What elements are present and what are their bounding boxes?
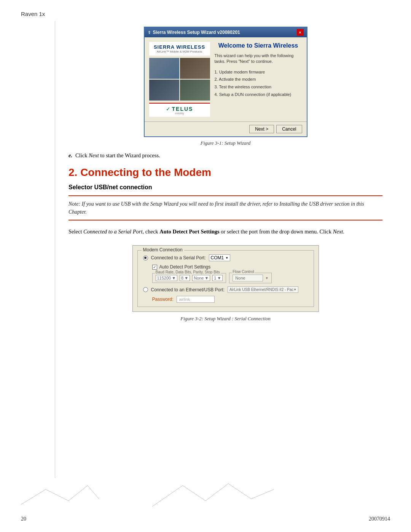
wizard-desc: This wizard can help you with the follow…	[215, 53, 302, 65]
sierra-wireless-text: SIERRA WIRELESS	[151, 44, 208, 50]
baud-group: Baud Rate, Data Bits, Parity, Stop Bits …	[152, 273, 226, 283]
wizard-image-1	[149, 58, 179, 79]
baud-rate-select[interactable]: 115200 ▼	[156, 275, 178, 281]
password-row: Password: airlink	[143, 296, 308, 303]
modem-dialog-area: Modem Connection Connected to a Serial P…	[68, 245, 382, 312]
step-e-label: e.	[68, 152, 72, 159]
wizard-right-panel: Welcome to Sierra Wireless This wizard c…	[215, 42, 302, 117]
password-value: airlink	[179, 297, 190, 302]
parity-value: None	[194, 276, 204, 280]
footer-doc-number: 20070914	[369, 516, 390, 522]
wizard-next-button[interactable]: Next >	[249, 125, 274, 133]
wizard-welcome-title: Welcome to Sierra Wireless	[215, 42, 302, 50]
ethernet-select-arrow-icon: ▼	[293, 288, 296, 291]
stop-bits-select[interactable]: 1 ▼	[212, 275, 223, 281]
wizard-close-button[interactable]: ×	[297, 29, 304, 36]
next-term: Next	[333, 228, 343, 235]
left-margin	[21, 21, 55, 478]
auto-detect-row: Auto Detect Port Settings	[143, 264, 308, 270]
wizard-tasks: 1. Update modem firmware 2. Activate the…	[215, 69, 302, 99]
modem-group-box: Modem Connection Connected to a Serial P…	[137, 250, 314, 307]
zigzag-area	[0, 478, 411, 508]
serial-port-label: Connected to a Serial Port:	[151, 255, 206, 260]
parity-select[interactable]: None ▼	[192, 275, 210, 281]
step-e-next-italic: Next	[89, 152, 99, 158]
flow-control-select[interactable]: None	[233, 275, 263, 281]
wizard-footer: Next > Cancel	[145, 121, 307, 136]
note-text: Note: If you want to use USB with the Se…	[68, 200, 382, 216]
ethernet-row: Connected to an Ethernet/USB Port: AirLi…	[143, 286, 308, 293]
baud-legend: Baud Rate, Data Bits, Parity, Stop Bits	[155, 270, 221, 274]
wizard-titlebar-left: ⇧ Sierra Wireless Setup Wizard v20080201	[148, 30, 240, 35]
baud-select-arrow-icon: ▼	[172, 276, 176, 280]
ethernet-port-value: AirLink USB Ethernet/RNDIS #2 - Pac	[229, 288, 293, 292]
section-heading: 2. Connecting to the Modem	[68, 166, 382, 179]
stop-bits-arrow-icon: ▼	[217, 276, 221, 280]
serial-port-row: Connected to a Serial Port: COM1 ▼	[143, 254, 308, 261]
flow-control-value: None	[235, 276, 245, 280]
footer-page-number: 20	[21, 516, 26, 522]
figure-2-caption: Figure 3-2: Setup Wizard : Serial Connec…	[68, 316, 382, 322]
wizard-images	[149, 58, 210, 101]
flow-control-group: Flow Control None ▼	[229, 273, 272, 283]
figure-1-caption: Figure 3-1: Setup Wizard	[68, 140, 382, 146]
stop-bits-value: 1	[214, 276, 216, 280]
com-port-select[interactable]: COM1 ▼	[209, 254, 231, 261]
wizard-titlebar: ⇧ Sierra Wireless Setup Wizard v20080201…	[145, 27, 307, 37]
wizard-image-3	[149, 80, 179, 101]
wizard-image-2	[180, 58, 210, 79]
baud-rate-row: Baud Rate, Data Bits, Parity, Stop Bits …	[143, 273, 308, 283]
parity-arrow-icon: ▼	[204, 276, 209, 280]
step-e-container: e. Click Next to start the Wizard proces…	[68, 152, 382, 159]
password-label: Password:	[152, 297, 174, 302]
telus-logo-area: ✓ TELUS mobility	[149, 103, 210, 117]
page-container: Raven 1x ⇧ Sierra Wireless Setup Wizard …	[0, 0, 411, 532]
note-box: Note: If you want to use USB with the Se…	[68, 195, 382, 220]
flow-select-arrow-icon: ▼	[265, 276, 268, 280]
wizard-task-3: 3. Test the wireless connection	[215, 83, 302, 91]
auto-detect-checkbox[interactable]	[152, 265, 157, 270]
page-footer: 20 20070914	[0, 508, 411, 532]
connected-serial-term: Connected to a Serial Port	[83, 228, 142, 235]
step-e-text: Click Next to start the Wizard process.	[75, 152, 160, 159]
auto-detect-term: Auto Detect Port Settings	[159, 228, 219, 235]
baud-flow-container: Baud Rate, Data Bits, Parity, Stop Bits …	[152, 273, 308, 283]
telus-text: TELUS	[172, 106, 193, 112]
flow-legend: Flow Control	[232, 270, 255, 274]
wizard-cancel-button[interactable]: Cancel	[276, 125, 302, 133]
baud-rate-value: 115200	[157, 276, 171, 280]
wizard-left-panel: SIERRA WIRELESS AirLink™ Mobile & M2M Pr…	[149, 42, 210, 117]
wizard-screenshot: ⇧ Sierra Wireless Setup Wizard v20080201…	[68, 27, 382, 137]
sierra-wireless-logo: SIERRA WIRELESS AirLink™ Mobile & M2M Pr…	[149, 42, 210, 56]
modem-group-legend: Modem Connection	[142, 247, 184, 252]
zigzag-svg	[0, 478, 411, 508]
ethernet-port-radio[interactable]	[143, 287, 148, 292]
wizard-body: SIERRA WIRELESS AirLink™ Mobile & M2M Pr…	[145, 37, 307, 121]
auto-detect-label: Auto Detect Port Settings	[159, 264, 211, 270]
main-content: ⇧ Sierra Wireless Setup Wizard v20080201…	[55, 21, 390, 478]
ethernet-port-select[interactable]: AirLink USB Ethernet/RNDIS #2 - Pac ▼	[228, 286, 298, 293]
wizard-task-2: 2. Activate the modem	[215, 76, 302, 83]
wizard-task-1: 1. Update modem firmware	[215, 69, 302, 76]
data-bits-select[interactable]: 8 ▼	[180, 275, 190, 281]
content-area: ⇧ Sierra Wireless Setup Wizard v20080201…	[0, 21, 411, 478]
password-input[interactable]: airlink	[177, 296, 215, 303]
serial-port-radio[interactable]	[143, 256, 148, 260]
data-bits-arrow-icon: ▼	[184, 276, 188, 280]
wizard-sw-icon: ⇧	[148, 30, 151, 35]
telus-sub: mobility	[151, 112, 208, 115]
wizard-image-4	[180, 80, 210, 101]
modem-dialog: Modem Connection Connected to a Serial P…	[132, 245, 319, 312]
subsection-heading: Selector USB/net connection	[68, 184, 382, 191]
wizard-task-4: 4. Setup a DUN connection (if applicable…	[215, 91, 302, 99]
wizard-dialog: ⇧ Sierra Wireless Setup Wizard v20080201…	[144, 27, 307, 137]
body-paragraph: Select Connected to a Serial Port, check…	[68, 227, 382, 236]
telus-checkmark-icon: ✓	[166, 106, 170, 112]
ethernet-port-label: Connected to an Ethernet/USB Port:	[151, 287, 225, 292]
com-port-value: COM1	[211, 255, 224, 260]
wizard-title: Sierra Wireless Setup Wizard v20080201	[153, 30, 240, 35]
data-bits-value: 8	[181, 276, 183, 280]
header-title: Raven 1x	[21, 11, 45, 17]
sierra-wireless-sub: AirLink™ Mobile & M2M Products	[151, 50, 208, 53]
page-header: Raven 1x	[0, 0, 411, 21]
